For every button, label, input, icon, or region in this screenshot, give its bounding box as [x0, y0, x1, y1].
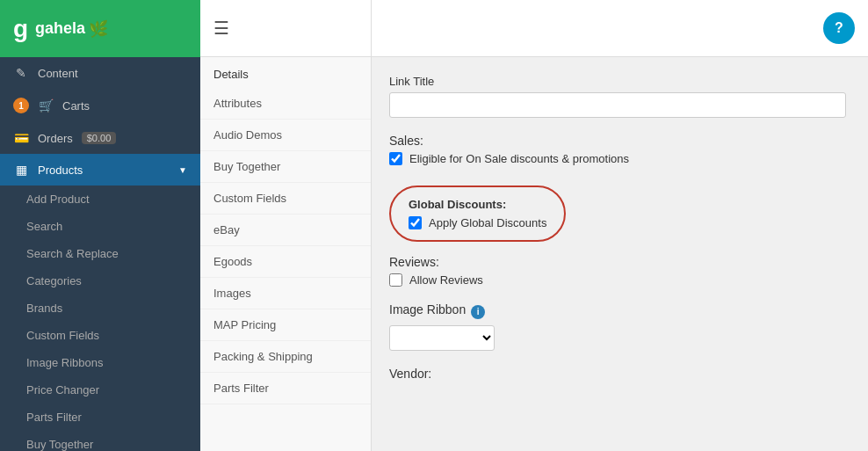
- link-title-input[interactable]: [389, 92, 846, 118]
- global-discounts-checkbox[interactable]: [409, 216, 422, 229]
- image-ribbon-row: Image Ribbon i: [389, 302, 850, 321]
- orders-amount-badge: $0.00: [82, 132, 117, 144]
- sidebar-sub-parts-filter[interactable]: Parts Filter: [0, 404, 200, 431]
- middle-nav-egoods[interactable]: Egoods: [200, 246, 371, 278]
- sidebar-sub-search-replace[interactable]: Search & Replace: [0, 240, 200, 267]
- sidebar: g gahela 🌿 ✎ Content 1 🛒 Carts 💳 Orders …: [0, 0, 200, 451]
- products-arrow-icon: ▼: [178, 165, 187, 175]
- logo-letter: g: [13, 15, 28, 43]
- sales-group: Sales: Eligible for On Sale discounts & …: [389, 134, 850, 165]
- reviews-group: Reviews: Allow Reviews: [389, 255, 850, 287]
- content-icon: ✎: [13, 66, 29, 80]
- global-discounts-box: Global Discounts: Apply Global Discounts: [389, 185, 566, 242]
- image-ribbon-group: Image Ribbon i: [389, 302, 850, 351]
- middle-section-title: Details: [200, 57, 371, 88]
- help-button[interactable]: ?: [823, 12, 855, 44]
- middle-nav-audio-demos[interactable]: Audio Demos: [200, 120, 371, 151]
- sidebar-item-label: Content: [38, 67, 78, 80]
- image-ribbon-select[interactable]: [389, 325, 495, 351]
- sales-checkbox-text: Eligible for On Sale discounts & promoti…: [409, 152, 629, 165]
- sales-checkbox[interactable]: [389, 152, 402, 165]
- vendor-label: Vendor:: [389, 367, 850, 381]
- carts-icon: 🛒: [38, 98, 54, 113]
- reviews-checkbox[interactable]: [389, 273, 402, 287]
- sidebar-sub-brands[interactable]: Brands: [0, 295, 200, 322]
- products-icon: ▦: [13, 163, 29, 177]
- link-title-group: Link Title: [389, 75, 850, 118]
- middle-header: ☰: [200, 0, 371, 57]
- middle-panel: ☰ Details Attributes Audio Demos Buy Tog…: [200, 0, 372, 451]
- middle-nav-attributes[interactable]: Attributes: [200, 88, 371, 120]
- reviews-checkbox-text: Allow Reviews: [409, 273, 483, 287]
- reviews-label: Reviews:: [389, 255, 850, 269]
- hamburger-icon[interactable]: ☰: [213, 18, 229, 39]
- sidebar-sub-search[interactable]: Search: [0, 213, 200, 240]
- sidebar-item-label: Products: [38, 164, 83, 177]
- sidebar-sub-buy-together[interactable]: Buy Together: [0, 431, 200, 451]
- sidebar-item-label: Orders: [38, 132, 73, 145]
- reviews-checkbox-label[interactable]: Allow Reviews: [389, 273, 850, 287]
- middle-nav-ebay[interactable]: eBay: [200, 215, 371, 246]
- sidebar-sub-add-product[interactable]: Add Product: [0, 185, 200, 213]
- sales-label: Sales:: [389, 134, 850, 148]
- middle-nav-parts-filter[interactable]: Parts Filter: [200, 373, 371, 404]
- sidebar-item-content[interactable]: ✎ Content: [0, 57, 200, 89]
- carts-badge: 1: [13, 98, 29, 113]
- sidebar-item-orders[interactable]: 💳 Orders $0.00: [0, 122, 200, 154]
- middle-nav-map-pricing[interactable]: MAP Pricing: [200, 309, 371, 341]
- sidebar-nav: ✎ Content 1 🛒 Carts 💳 Orders $0.00 ▦ Pro…: [0, 57, 200, 451]
- orders-icon: 💳: [13, 131, 29, 145]
- middle-nav-buy-together[interactable]: Buy Together: [200, 151, 371, 183]
- main-header: ?: [372, 0, 868, 57]
- global-discounts-title: Global Discounts:: [409, 198, 546, 211]
- sidebar-item-carts[interactable]: 1 🛒 Carts: [0, 89, 200, 122]
- logo-name: gahela 🌿: [35, 19, 108, 39]
- link-title-label: Link Title: [389, 75, 850, 88]
- logo: g gahela 🌿: [0, 0, 200, 57]
- sidebar-item-label: Carts: [62, 99, 90, 113]
- info-icon: i: [471, 305, 485, 319]
- sidebar-sub-categories[interactable]: Categories: [0, 267, 200, 295]
- sidebar-item-products[interactable]: ▦ Products ▼: [0, 154, 200, 185]
- global-discounts-checkbox-text: Apply Global Discounts: [429, 216, 546, 229]
- sidebar-sub-image-ribbons[interactable]: Image Ribbons: [0, 349, 200, 376]
- main-content: ? Link Title Sales: Eligible for On Sale…: [372, 0, 868, 451]
- global-discounts-checkbox-label[interactable]: Apply Global Discounts: [409, 216, 546, 229]
- sales-checkbox-label[interactable]: Eligible for On Sale discounts & promoti…: [389, 152, 850, 165]
- main-body: Link Title Sales: Eligible for On Sale d…: [372, 57, 868, 451]
- middle-nav-images[interactable]: Images: [200, 278, 371, 309]
- middle-nav-packing-shipping[interactable]: Packing & Shipping: [200, 341, 371, 373]
- vendor-group: Vendor:: [389, 367, 850, 381]
- sidebar-sub-custom-fields[interactable]: Custom Fields: [0, 322, 200, 349]
- image-ribbon-label: Image Ribbon: [389, 302, 466, 316]
- middle-nav-custom-fields[interactable]: Custom Fields: [200, 183, 371, 215]
- sidebar-sub-price-changer[interactable]: Price Changer: [0, 376, 200, 404]
